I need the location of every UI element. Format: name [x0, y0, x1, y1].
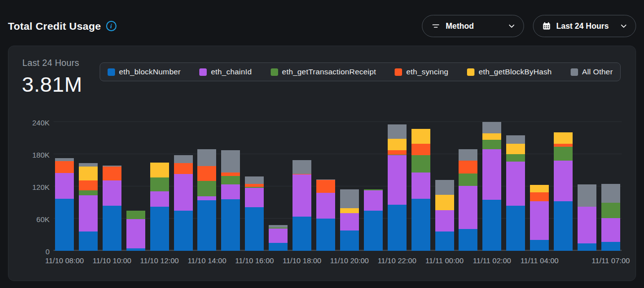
bar-segment-eth_blockNumber[interactable] — [174, 211, 193, 251]
legend-item-eth_chainId[interactable]: eth_chainId — [199, 67, 251, 76]
bar-segment-eth_blockNumber[interactable] — [364, 211, 383, 251]
bar-segment-eth_getTransactionReceipt[interactable] — [601, 203, 620, 218]
bar-segment-eth_chainId[interactable] — [388, 155, 407, 205]
bar-segment-eth_syncing[interactable] — [316, 180, 335, 193]
legend-item-All Other[interactable]: All Other — [571, 67, 613, 76]
bar-segment-All Other[interactable] — [578, 184, 596, 207]
bar-segment-All Other[interactable] — [459, 149, 477, 161]
bar-segment-eth_getBlockByHash[interactable] — [554, 132, 573, 144]
bar-segment-eth_chainId[interactable] — [482, 149, 501, 200]
bar-segment-eth_blockNumber[interactable] — [245, 207, 264, 251]
method-filter-dropdown[interactable]: Method — [422, 15, 524, 37]
legend-item-eth_getBlockByHash[interactable]: eth_getBlockByHash — [467, 67, 552, 76]
bar-11/10 22:00[interactable] — [388, 124, 407, 251]
bar-11/10 21:00[interactable] — [364, 189, 383, 251]
bar-11/10 11:00[interactable] — [126, 211, 145, 251]
bar-segment-eth_getBlockByHash[interactable] — [411, 129, 430, 144]
bar-segment-eth_syncing[interactable] — [103, 167, 121, 180]
bar-segment-eth_blockNumber[interactable] — [221, 199, 240, 251]
bar-11/10 08:00[interactable] — [55, 158, 74, 251]
bar-segment-eth_getTransactionReceipt[interactable] — [150, 177, 169, 191]
bar-segment-eth_syncing[interactable] — [388, 150, 407, 155]
bar-segment-eth_chainId[interactable] — [126, 219, 145, 248]
bar-segment-eth_getTransactionReceipt[interactable] — [197, 181, 216, 196]
bar-segment-eth_chainId[interactable] — [578, 207, 596, 243]
bar-11/10 15:00[interactable] — [221, 150, 240, 251]
bar-segment-eth_blockNumber[interactable] — [554, 201, 573, 251]
info-icon[interactable]: i — [106, 21, 117, 31]
bar-segment-eth_chainId[interactable] — [554, 161, 573, 201]
bar-segment-eth_syncing[interactable] — [197, 166, 216, 181]
bar-11/10 13:00[interactable] — [174, 155, 193, 251]
bar-segment-eth_syncing[interactable] — [411, 144, 430, 155]
bar-segment-eth_blockNumber[interactable] — [578, 243, 596, 251]
bar-11/10 18:00[interactable] — [293, 160, 311, 251]
bar-segment-All Other[interactable] — [435, 180, 454, 195]
bar-segment-eth_syncing[interactable] — [174, 163, 193, 174]
bar-11/11 02:00[interactable] — [482, 122, 501, 251]
bar-segment-All Other[interactable] — [174, 155, 193, 163]
bar-segment-eth_chainId[interactable] — [197, 196, 216, 201]
bar-segment-eth_blockNumber[interactable] — [103, 206, 121, 251]
bar-11/10 09:00[interactable] — [79, 163, 98, 251]
bar-segment-eth_syncing[interactable] — [55, 161, 74, 173]
bar-segment-eth_getBlockByHash[interactable] — [482, 133, 501, 140]
bar-segment-eth_chainId[interactable] — [530, 201, 549, 240]
bar-segment-eth_chainId[interactable] — [316, 193, 335, 219]
bar-segment-eth_getTransactionReceipt[interactable] — [221, 176, 240, 184]
bar-segment-All Other[interactable] — [197, 149, 216, 166]
bar-segment-All Other[interactable] — [506, 135, 525, 144]
bar-11/11 00:00[interactable] — [435, 180, 454, 251]
bar-segment-eth_chainId[interactable] — [269, 229, 288, 243]
bar-segment-eth_blockNumber[interactable] — [459, 229, 477, 251]
bar-segment-eth_getBlockByHash[interactable] — [435, 195, 454, 210]
bar-11/10 23:00[interactable] — [411, 129, 430, 251]
bar-segment-eth_chainId[interactable] — [245, 188, 264, 207]
bar-segment-eth_chainId[interactable] — [506, 162, 525, 206]
bar-segment-eth_chainId[interactable] — [411, 173, 430, 199]
bar-segment-eth_chainId[interactable] — [601, 218, 620, 242]
bar-segment-eth_blockNumber[interactable] — [340, 230, 359, 251]
bar-segment-eth_syncing[interactable] — [79, 180, 98, 190]
legend-item-eth_syncing[interactable]: eth_syncing — [395, 67, 448, 76]
bar-segment-eth_blockNumber[interactable] — [269, 243, 288, 251]
bar-segment-eth_chainId[interactable] — [150, 191, 169, 207]
bar-11/10 12:00[interactable] — [150, 163, 169, 251]
bar-segment-All Other[interactable] — [245, 176, 264, 183]
bar-segment-eth_blockNumber[interactable] — [601, 242, 620, 251]
bar-segment-eth_blockNumber[interactable] — [506, 206, 525, 251]
bar-segment-eth_chainId[interactable] — [364, 190, 383, 211]
bar-segment-All Other[interactable] — [221, 150, 240, 172]
bar-segment-eth_chainId[interactable] — [79, 195, 98, 231]
bar-11/10 14:00[interactable] — [197, 149, 216, 251]
bar-segment-eth_getTransactionReceipt[interactable] — [411, 155, 430, 173]
bar-segment-eth_blockNumber[interactable] — [435, 231, 454, 251]
bar-11/10 16:00[interactable] — [245, 176, 264, 251]
bar-11/11 04:00[interactable] — [530, 185, 549, 251]
bar-segment-eth_getTransactionReceipt[interactable] — [459, 173, 477, 186]
bar-11/10 17:00[interactable] — [269, 225, 288, 251]
bar-segment-eth_getBlockByHash[interactable] — [79, 167, 98, 180]
bar-segment-eth_chainId[interactable] — [103, 180, 121, 206]
bar-segment-eth_getTransactionReceipt[interactable] — [554, 147, 573, 161]
bar-segment-eth_blockNumber[interactable] — [55, 199, 74, 251]
bar-segment-eth_blockNumber[interactable] — [530, 240, 549, 251]
bar-segment-eth_syncing[interactable] — [530, 192, 549, 201]
bar-segment-eth_chainId[interactable] — [435, 210, 454, 231]
bar-segment-eth_getTransactionReceipt[interactable] — [79, 190, 98, 196]
bar-segment-All Other[interactable] — [340, 189, 359, 208]
bar-11/11 05:00[interactable] — [554, 132, 573, 251]
time-range-dropdown[interactable]: Last 24 Hours — [533, 15, 636, 37]
bar-11/10 19:00[interactable] — [316, 179, 335, 251]
bar-segment-eth_getTransactionReceipt[interactable] — [482, 140, 501, 150]
bar-segment-eth_blockNumber[interactable] — [197, 200, 216, 251]
bar-segment-eth_syncing[interactable] — [459, 161, 477, 173]
bar-segment-eth_blockNumber[interactable] — [150, 207, 169, 251]
bar-segment-eth_getBlockByHash[interactable] — [388, 139, 407, 151]
bar-segment-eth_chainId[interactable] — [459, 186, 477, 229]
bar-segment-eth_chainId[interactable] — [55, 173, 74, 199]
bar-segment-eth_chainId[interactable] — [174, 174, 193, 211]
bar-segment-eth_blockNumber[interactable] — [293, 217, 311, 251]
bar-segment-eth_blockNumber[interactable] — [316, 219, 335, 251]
bar-segment-All Other[interactable] — [601, 184, 620, 203]
